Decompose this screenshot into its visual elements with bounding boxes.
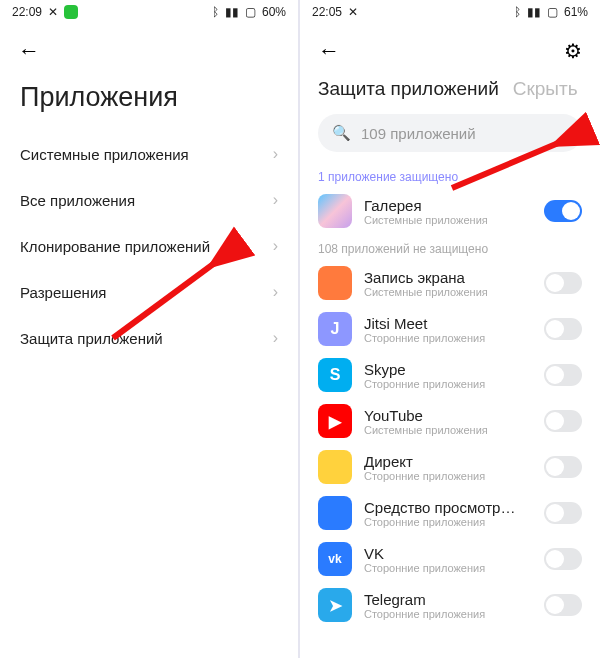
app-row[interactable]: ➤TelegramСторонние приложения — [300, 582, 600, 628]
app-row[interactable]: ДиректСторонние приложения — [300, 444, 600, 490]
status-bar: 22:09 ✕ ᛒ ▮▮ ▢ 60% — [0, 0, 298, 24]
menu-list: Системные приложения › Все приложения › … — [0, 131, 298, 361]
left-screen: 22:09 ✕ ᛒ ▮▮ ▢ 60% ← Приложения Системны… — [0, 0, 300, 658]
app-name: VK — [364, 545, 532, 562]
tabs: Защита приложений Скрыть — [300, 72, 600, 112]
tab-protection[interactable]: Защита приложений — [318, 78, 499, 100]
clock: 22:09 — [12, 5, 42, 19]
chevron-right-icon: › — [273, 145, 278, 163]
menu-item-app-protection[interactable]: Защита приложений › — [0, 315, 298, 361]
toggle[interactable] — [544, 364, 582, 386]
tab-hide[interactable]: Скрыть — [513, 78, 578, 100]
app-list: Запись экранаСистемные приложенияJJitsi … — [300, 260, 600, 628]
back-button[interactable]: ← — [318, 38, 340, 64]
app-sub: Системные приложения — [364, 286, 532, 298]
menu-label: Системные приложения — [20, 146, 189, 163]
menu-label: Клонирование приложений — [20, 238, 210, 255]
app-sub: Сторонние приложения — [364, 562, 532, 574]
chevron-right-icon: › — [273, 329, 278, 347]
menu-item-permissions[interactable]: Разрешения › — [0, 269, 298, 315]
toggle-gallery[interactable] — [544, 200, 582, 222]
app-sub: Системные приложения — [364, 424, 532, 436]
menu-item-clone-apps[interactable]: Клонирование приложений › — [0, 223, 298, 269]
toggle[interactable] — [544, 272, 582, 294]
gallery-icon — [318, 194, 352, 228]
app-row-gallery[interactable]: Галерея Системные приложения — [300, 188, 600, 234]
right-screen: 22:05 ✕ ᛒ ▮▮ ▢ 61% ← ⚙ Защита приложений… — [300, 0, 600, 658]
app-name: Директ — [364, 453, 532, 470]
app-row[interactable]: Средство просмотр…Сторонние приложения — [300, 490, 600, 536]
app-icon: ▶ — [318, 404, 352, 438]
section-header-unprotected: 108 приложений не защищено — [300, 234, 600, 260]
toggle[interactable] — [544, 318, 582, 340]
app-icon — [318, 266, 352, 300]
bluetooth-icon: ᛒ — [212, 5, 219, 19]
app-name: Запись экрана — [364, 269, 532, 286]
bluetooth-icon: ᛒ — [514, 5, 521, 19]
search-placeholder: 109 приложений — [361, 125, 476, 142]
toggle[interactable] — [544, 410, 582, 432]
app-icon — [318, 450, 352, 484]
menu-label: Все приложения — [20, 192, 135, 209]
menu-item-system-apps[interactable]: Системные приложения › — [0, 131, 298, 177]
app-icon: J — [318, 312, 352, 346]
app-icon: ➤ — [318, 588, 352, 622]
battery-icon: ▢ — [547, 5, 558, 19]
app-sub: Сторонние приложения — [364, 378, 532, 390]
menu-label: Разрешения — [20, 284, 106, 301]
toggle[interactable] — [544, 456, 582, 478]
app-row[interactable]: vkVKСторонние приложения — [300, 536, 600, 582]
app-sub: Сторонние приложения — [364, 608, 532, 620]
app-icon — [318, 496, 352, 530]
toggle[interactable] — [544, 594, 582, 616]
app-row[interactable]: SSkypeСторонние приложения — [300, 352, 600, 398]
app-name: Jitsi Meet — [364, 315, 532, 332]
chevron-right-icon: › — [273, 191, 278, 209]
page-title: Приложения — [0, 72, 298, 131]
clock: 22:05 — [312, 5, 342, 19]
search-icon: 🔍 — [332, 124, 351, 142]
signal-icon: ▮▮ — [527, 5, 541, 19]
app-row[interactable]: Запись экранаСистемные приложения — [300, 260, 600, 306]
back-button[interactable]: ← — [18, 38, 40, 64]
app-sub: Сторонние приложения — [364, 516, 532, 528]
app-name: Skype — [364, 361, 532, 378]
signal-icon: ▮▮ — [225, 5, 239, 19]
app-name: Telegram — [364, 591, 532, 608]
menu-item-all-apps[interactable]: Все приложения › — [0, 177, 298, 223]
app-row[interactable]: ▶YouTubeСистемные приложения — [300, 398, 600, 444]
section-header-protected: 1 приложение защищено — [300, 162, 600, 188]
toggle[interactable] — [544, 548, 582, 570]
battery-text: 61% — [564, 5, 588, 19]
app-sub: Сторонние приложения — [364, 332, 532, 344]
app-icon: S — [318, 358, 352, 392]
chevron-right-icon: › — [273, 283, 278, 301]
notification-app-icon — [64, 5, 78, 19]
status-bar: 22:05 ✕ ᛒ ▮▮ ▢ 61% — [300, 0, 600, 24]
settings-button[interactable]: ⚙ — [564, 39, 582, 63]
app-icon: vk — [318, 542, 352, 576]
app-name: YouTube — [364, 407, 532, 424]
chevron-right-icon: › — [273, 237, 278, 255]
battery-text: 60% — [262, 5, 286, 19]
app-sub: Системные приложения — [364, 214, 532, 226]
app-name: Галерея — [364, 197, 532, 214]
app-row[interactable]: JJitsi MeetСторонние приложения — [300, 306, 600, 352]
dnd-icon: ✕ — [348, 5, 358, 19]
search-input[interactable]: 🔍 109 приложений — [318, 114, 582, 152]
app-sub: Сторонние приложения — [364, 470, 532, 482]
battery-icon: ▢ — [245, 5, 256, 19]
menu-label: Защита приложений — [20, 330, 163, 347]
toggle[interactable] — [544, 502, 582, 524]
nav-row: ← — [0, 24, 298, 72]
nav-row: ← ⚙ — [300, 24, 600, 72]
dnd-icon: ✕ — [48, 5, 58, 19]
app-name: Средство просмотр… — [364, 499, 532, 516]
